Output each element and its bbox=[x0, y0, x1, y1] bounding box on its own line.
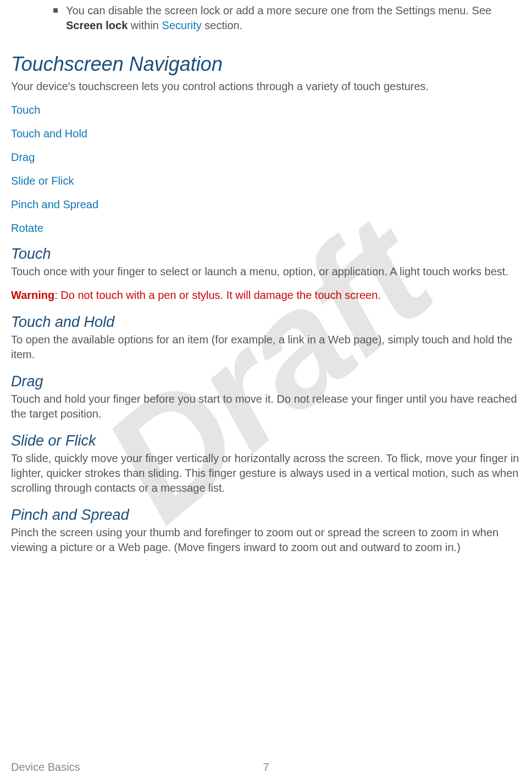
bullet-marker-icon bbox=[53, 8, 58, 13]
bullet-text: You can disable the screen lock or add a… bbox=[66, 3, 521, 33]
body-touch: Touch once with your finger to select or… bbox=[11, 264, 521, 279]
heading-touch-and-hold: Touch and Hold bbox=[11, 314, 521, 331]
footer-page-number: 7 bbox=[263, 761, 269, 774]
bullet-text-part3: section. bbox=[202, 19, 242, 31]
toc-link-slide-or-flick[interactable]: Slide or Flick bbox=[11, 175, 74, 187]
body-drag: Touch and hold your finger before you st… bbox=[11, 392, 521, 421]
security-link[interactable]: Security bbox=[162, 19, 202, 31]
bullet-text-part2: within bbox=[128, 19, 162, 31]
toc-link-drag[interactable]: Drag bbox=[11, 151, 35, 163]
body-slide-or-flick: To slide, quickly move your finger verti… bbox=[11, 451, 521, 496]
bullet-list-item: You can disable the screen lock or add a… bbox=[11, 3, 521, 33]
page-footer: Device Basics 7 bbox=[11, 761, 521, 774]
warning-label: Warning bbox=[11, 289, 54, 301]
toc-link-touch[interactable]: Touch bbox=[11, 104, 40, 116]
heading-pinch-and-spread: Pinch and Spread bbox=[11, 507, 521, 524]
toc-link-touch-and-hold[interactable]: Touch and Hold bbox=[11, 127, 87, 140]
toc-link-rotate[interactable]: Rotate bbox=[11, 222, 43, 234]
heading-slide-or-flick: Slide or Flick bbox=[11, 432, 521, 449]
bullet-bold-text: Screen lock bbox=[66, 19, 128, 31]
bullet-text-part1: You can disable the screen lock or add a… bbox=[66, 4, 491, 16]
warning-text: : Do not touch with a pen or stylus. It … bbox=[54, 289, 381, 301]
heading-touch: Touch bbox=[11, 246, 521, 263]
heading-drag: Drag bbox=[11, 373, 521, 390]
page-content: You can disable the screen lock or add a… bbox=[11, 3, 521, 555]
toc-link-pinch-and-spread[interactable]: Pinch and Spread bbox=[11, 198, 98, 210]
body-touch-and-hold: To open the available options for an ite… bbox=[11, 332, 521, 362]
heading-touchscreen-navigation: Touchscreen Navigation bbox=[11, 53, 521, 76]
intro-paragraph: Your device's touchscreen lets you contr… bbox=[11, 79, 521, 94]
warning-touch: Warning: Do not touch with a pen or styl… bbox=[11, 288, 521, 303]
footer-section-name: Device Basics bbox=[11, 761, 80, 774]
body-pinch-and-spread: Pinch the screen using your thumb and fo… bbox=[11, 525, 521, 555]
